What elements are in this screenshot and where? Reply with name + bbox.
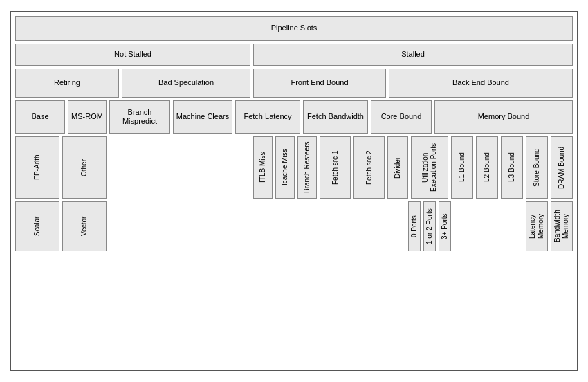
not-stalled-label: Not Stalled [114, 50, 151, 59]
pipeline-slots-box: Pipeline Slots [15, 16, 573, 41]
core-bound-label: Core Bound [381, 112, 422, 121]
l3-bound-label: L3 Bound [508, 153, 516, 183]
l2-bound-box: L2 Bound [476, 136, 498, 199]
vector-label: Vector [80, 217, 89, 236]
bad-speculation-label: Bad Speculation [158, 78, 214, 87]
l1-bound-label: L1 Bound [458, 153, 466, 183]
row-pipeline-slots: Pipeline Slots [15, 16, 573, 41]
icache-miss-label: Icache Miss [281, 149, 289, 186]
base-box: Base [15, 100, 65, 134]
machine-clears-box: Machine Clears [173, 100, 232, 134]
dram-bound-label: DRAM Bound [558, 146, 566, 188]
fetch-src1-label: Fetch src 1 [331, 150, 340, 184]
divider-box: Divider [387, 136, 408, 199]
fetch-src1-box: Fetch src 1 [320, 136, 351, 199]
not-stalled-box: Not Stalled [15, 44, 250, 66]
execution-ports-box: Execution Ports Utilization [411, 136, 448, 199]
mid-spacer1 [109, 201, 250, 251]
memory-bandwidth-box: Memory Bandwidth [551, 201, 573, 251]
fetch-latency-box: Fetch Latency [235, 100, 300, 134]
back-end-bound-box: Back End Bound [389, 69, 573, 98]
store-bound-box: Store Bound [526, 136, 548, 199]
branch-mispredict-label: Branch Mispredict [112, 108, 167, 126]
memory-latency-label: Memory Latency [529, 205, 545, 248]
fetch-src2-box: Fetch src 2 [353, 136, 385, 199]
back-end-bound-label: Back End Bound [452, 78, 509, 87]
ms-rom-box: MS-ROM [68, 100, 107, 134]
memory-bandwidth-label: Memory Bandwidth [553, 205, 570, 248]
execution-ports-label: Execution Ports Utilization [421, 140, 438, 195]
pipeline-slots-label: Pipeline Slots [271, 24, 318, 33]
fetch-bandwidth-label: Fetch Bandwidth [307, 112, 364, 121]
dram-bound-box: DRAM Bound [551, 136, 573, 199]
ports-3plus-label: 3+ Ports [441, 213, 449, 239]
mid-spacer4 [454, 201, 523, 251]
l2-bound-label: L2 Bound [483, 153, 491, 183]
scalar-label: Scalar [33, 217, 42, 236]
retiring-label: Retiring [54, 78, 80, 87]
memory-bound-label: Memory Bound [478, 112, 530, 121]
mid-spacer2 [253, 201, 317, 251]
ports-0-box: 0 Ports [408, 201, 421, 251]
divider-label: Divider [394, 156, 402, 178]
branch-resteers-box: Branch Resteers [297, 136, 317, 199]
branch-resteers-label: Branch Resteers [303, 142, 311, 193]
fp-arith-box: FP-Arith [15, 136, 59, 199]
stalled-box: Stalled [253, 44, 573, 66]
fp-arith-label: FP-Arith [33, 155, 42, 181]
bad-speculation-box: Bad Speculation [122, 69, 250, 98]
vector-box: Vector [62, 201, 107, 251]
other-label: Other [80, 159, 89, 176]
row-level3: Base MS-ROM Branch Mispredict Machine Cl… [15, 100, 573, 134]
l1-bound-box: L1 Bound [451, 136, 473, 199]
row-stalled: Not Stalled Stalled [15, 44, 573, 66]
retiring-box: Retiring [15, 69, 119, 98]
ms-rom-label: MS-ROM [71, 112, 103, 121]
fetch-bandwidth-box: Fetch Bandwidth [303, 100, 368, 134]
stalled-label: Stalled [401, 50, 425, 59]
ports-0-label: 0 Ports [410, 215, 419, 237]
machine-clears-label: Machine Clears [176, 112, 229, 121]
ports-1-2-box: 1 or 2 Ports [423, 201, 436, 251]
row-level2: Retiring Bad Speculation Front End Bound… [15, 69, 573, 98]
bad-spec-spacer [109, 136, 250, 199]
pipeline-diagram: Pipeline Slots Not Stalled Stalled Retir… [10, 11, 578, 371]
icache-miss-box: Icache Miss [275, 136, 295, 199]
scalar-box: Scalar [15, 201, 59, 251]
itlb-miss-label: ITLB Miss [259, 152, 267, 183]
fetch-latency-label: Fetch Latency [244, 112, 291, 121]
memory-latency-box: Memory Latency [526, 201, 548, 251]
ports-1-2-label: 1 or 2 Ports [425, 208, 434, 244]
l3-bound-box: L3 Bound [501, 136, 523, 199]
fetch-src2-label: Fetch src 2 [365, 150, 374, 184]
row-level5: Scalar Vector 0 Ports 1 or 2 Ports 3+ Po… [15, 201, 573, 251]
row-level4: FP-Arith Other ITLB Miss Icache Miss Bra… [15, 136, 573, 199]
memory-bound-box: Memory Bound [434, 100, 573, 134]
branch-mispredict-box: Branch Mispredict [109, 100, 170, 134]
other-box: Other [62, 136, 107, 199]
mid-spacer3 [320, 201, 385, 251]
base-label: Base [31, 112, 48, 121]
front-end-bound-label: Front End Bound [291, 78, 348, 87]
front-end-bound-box: Front End Bound [253, 69, 386, 98]
core-bound-box: Core Bound [371, 100, 432, 134]
ports-3plus-box: 3+ Ports [439, 201, 451, 251]
store-bound-label: Store Bound [533, 148, 541, 187]
itlb-miss-box: ITLB Miss [253, 136, 273, 199]
